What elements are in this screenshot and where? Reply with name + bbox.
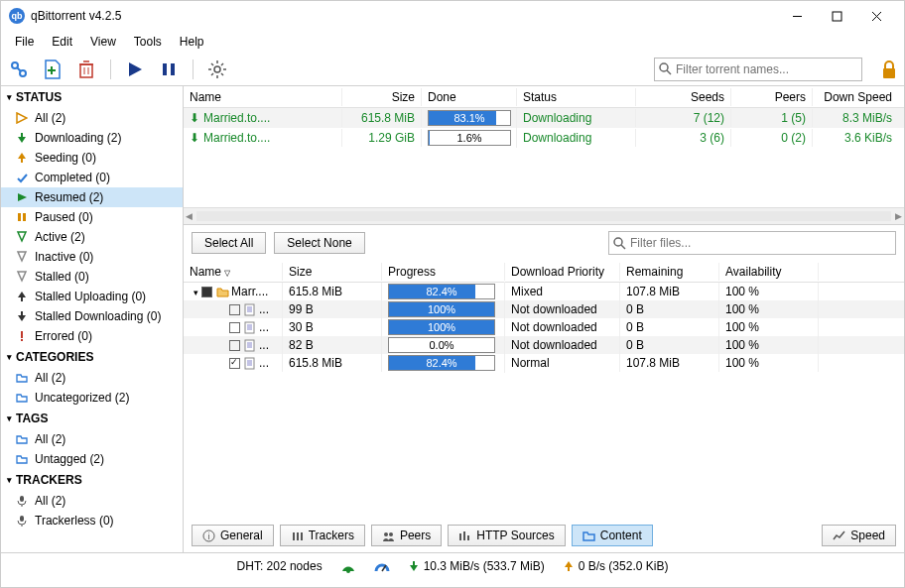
sidebar-item[interactable]: Resumed (2) xyxy=(1,187,183,207)
sidebar-item[interactable]: All (2) xyxy=(1,491,183,511)
sidebar-item-label: Trackerless (0) xyxy=(35,514,114,528)
maximize-button[interactable] xyxy=(817,4,856,28)
tab-trackers[interactable]: Trackers xyxy=(280,525,365,546)
sidebar-item[interactable]: Stalled Downloading (0) xyxy=(1,306,183,326)
file-row[interactable]: ...99 B100%Not downloaded0 B100 % xyxy=(184,300,904,318)
settings-button[interactable] xyxy=(205,58,229,81)
tab-content[interactable]: Content xyxy=(572,525,653,546)
sidebar-item[interactable]: Stalled Uploading (0) xyxy=(1,287,183,306)
file-availability: 100 % xyxy=(719,283,819,300)
minimize-button[interactable] xyxy=(777,4,817,28)
tags-section-header[interactable]: ▾TAGS xyxy=(1,408,183,429)
menu-file[interactable]: File xyxy=(7,33,42,51)
fcol-size[interactable]: Size xyxy=(283,263,382,281)
file-filter-box[interactable] xyxy=(608,231,896,255)
col-seeds[interactable]: Seeds xyxy=(636,88,731,106)
horizontal-scrollbar[interactable]: ◀▶ xyxy=(184,207,904,224)
col-status[interactable]: Status xyxy=(517,88,636,106)
col-dspeed[interactable]: Down Speed xyxy=(813,88,898,106)
categories-section-header[interactable]: ▾CATEGORIES xyxy=(1,346,183,368)
status-section-header[interactable]: ▾STATUS xyxy=(1,86,183,108)
upload-speed[interactable]: 0 B/s (352.0 KiB) xyxy=(563,559,669,573)
fcol-remaining[interactable]: Remaining xyxy=(620,263,719,281)
sidebar-item-label: All (2) xyxy=(35,494,65,508)
fcol-availability[interactable]: Availability xyxy=(719,263,819,281)
torrent-filter-input[interactable] xyxy=(672,62,857,76)
tab-speed[interactable]: Speed xyxy=(822,525,896,546)
menu-help[interactable]: Help xyxy=(172,33,212,51)
sidebar-item-label: Active (2) xyxy=(35,230,85,244)
checkbox[interactable] xyxy=(229,340,240,351)
menu-view[interactable]: View xyxy=(82,33,124,51)
torrent-row[interactable]: ⬇Married.to....615.8 MiB83.1%Downloading… xyxy=(184,108,904,128)
sidebar-item[interactable]: All (2) xyxy=(1,429,183,449)
col-done[interactable]: Done xyxy=(422,88,517,106)
sidebar-item[interactable]: Untagged (2) xyxy=(1,449,183,469)
sidebar-item[interactable]: Inactive (0) xyxy=(1,247,183,267)
torrent-dspeed: 8.3 MiB/s xyxy=(813,109,898,127)
download-speed[interactable]: 10.3 MiB/s (533.7 MiB) xyxy=(408,559,545,573)
speed-limit-icon[interactable] xyxy=(374,559,390,573)
sidebar-item[interactable]: Downloading (2) xyxy=(1,128,183,148)
trackers-section-header[interactable]: ▾TRACKERS xyxy=(1,469,183,491)
chevron-down-icon[interactable]: ▾ xyxy=(194,288,198,297)
sidebar-item[interactable]: Paused (0) xyxy=(1,207,183,227)
file-priority: Not downloaded xyxy=(505,300,620,318)
file-filter-input[interactable] xyxy=(626,236,891,250)
svg-marker-39 xyxy=(18,272,26,281)
menu-edit[interactable]: Edit xyxy=(44,33,80,51)
torrent-row[interactable]: ⬇Married.to....1.29 GiB1.6%Downloading3 … xyxy=(184,128,904,148)
delete-button[interactable] xyxy=(74,58,98,81)
search-icon xyxy=(659,62,672,75)
fcol-progress[interactable]: Progress xyxy=(382,263,505,281)
status-icon xyxy=(15,309,29,323)
col-peers[interactable]: Peers xyxy=(731,88,813,106)
resume-button[interactable] xyxy=(123,58,147,81)
sidebar-item[interactable]: Stalled (0) xyxy=(1,267,183,287)
svg-point-78 xyxy=(346,569,350,573)
torrent-filter-box[interactable] xyxy=(654,58,862,81)
sidebar-item[interactable]: Seeding (0) xyxy=(1,148,183,168)
torrent-seeds: 3 (6) xyxy=(636,129,731,147)
lock-icon[interactable] xyxy=(880,59,898,79)
tab-general[interactable]: iGeneral xyxy=(192,525,274,546)
add-file-button[interactable] xyxy=(41,58,65,81)
file-row[interactable]: ▾Marr....615.8 MiB82.4%Mixed107.8 MiB100… xyxy=(184,283,904,300)
torrent-table-header[interactable]: Name Size Done Status Seeds Peers Down S… xyxy=(184,86,904,108)
svg-rect-45 xyxy=(21,339,23,341)
sidebar-item[interactable]: Active (2) xyxy=(1,227,183,247)
file-row[interactable]: ...30 B100%Not downloaded0 B100 % xyxy=(184,318,904,336)
add-link-button[interactable] xyxy=(7,58,31,81)
sidebar-item[interactable]: All (2) xyxy=(1,368,183,388)
file-row[interactable]: ...615.8 MiB82.4%Normal107.8 MiB100 % xyxy=(184,354,904,372)
file-selection-bar: Select All Select None xyxy=(184,225,904,261)
checkbox[interactable] xyxy=(229,304,240,315)
pause-button[interactable] xyxy=(157,58,181,81)
file-row[interactable]: ...82 B0.0%Not downloaded0 B100 % xyxy=(184,336,904,354)
checkbox[interactable] xyxy=(229,358,240,369)
network-icon[interactable] xyxy=(340,559,356,573)
checkbox[interactable] xyxy=(201,287,212,297)
tab-http-sources[interactable]: HTTP Sources xyxy=(448,525,565,546)
col-name[interactable]: Name xyxy=(184,88,342,106)
select-all-button[interactable]: Select All xyxy=(192,232,266,254)
sidebar-item-label: Uncategorized (2) xyxy=(35,391,129,405)
tab-peers[interactable]: Peers xyxy=(371,525,442,546)
fcol-name[interactable]: Name ▽ xyxy=(184,263,283,281)
checkbox[interactable] xyxy=(229,322,240,333)
fcol-priority[interactable]: Download Priority xyxy=(505,263,620,281)
col-size[interactable]: Size xyxy=(342,88,422,106)
file-size: 82 B xyxy=(283,336,382,354)
status-icon xyxy=(15,329,29,343)
files-table-header[interactable]: Name ▽ Size Progress Download Priority R… xyxy=(184,261,904,283)
close-button[interactable] xyxy=(856,4,896,28)
sidebar-item[interactable]: Errored (0) xyxy=(1,326,183,346)
select-none-button[interactable]: Select None xyxy=(274,232,364,254)
sidebar-item[interactable]: All (2) xyxy=(1,108,183,128)
svg-marker-37 xyxy=(18,232,26,241)
sidebar-item[interactable]: Completed (0) xyxy=(1,168,183,187)
toolbar-divider xyxy=(193,59,194,79)
menu-tools[interactable]: Tools xyxy=(126,33,170,51)
sidebar-item[interactable]: Uncategorized (2) xyxy=(1,388,183,408)
sidebar-item[interactable]: Trackerless (0) xyxy=(1,511,183,530)
